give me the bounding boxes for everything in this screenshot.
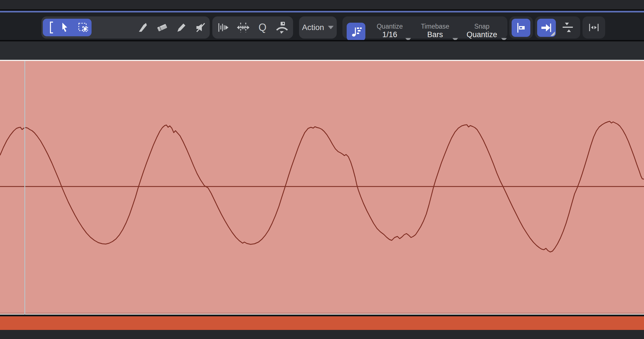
fit-width-button[interactable] — [582, 16, 605, 39]
ruler-gap-strip — [0, 41, 644, 60]
snap-label: Snap — [461, 23, 503, 30]
autoscroll-button[interactable] — [537, 19, 556, 37]
knife-tool-icon[interactable] — [136, 21, 150, 34]
timebase-dropdown[interactable]: Timebase Bars — [414, 23, 456, 39]
quantize-settings-group: Quantize 1/16 Timebase Bars Snap Quantiz… — [342, 16, 507, 39]
timebase-label: Timebase — [414, 23, 456, 30]
flatten-icon[interactable] — [275, 21, 289, 34]
playhead-marker-line[interactable] — [24, 61, 25, 315]
left-bracket-icon — [44, 21, 58, 34]
musical-mode-icon — [349, 25, 363, 39]
chevron-down-icon — [328, 26, 334, 29]
zoom-overview-bar[interactable] — [0, 316, 644, 330]
snap-zero-icon — [514, 21, 528, 35]
eraser-tool-icon[interactable] — [155, 21, 169, 34]
pencil-tool-icon[interactable] — [175, 21, 188, 34]
window-top-strip — [0, 0, 644, 9]
quantize-preset-dropdown[interactable]: Quantize 1/16 — [368, 23, 411, 39]
hitpoints-icon[interactable] — [217, 21, 230, 34]
musical-mode-button[interactable] — [347, 23, 365, 41]
cursor-arrow-icon[interactable] — [58, 21, 71, 34]
mute-tool-icon[interactable] — [194, 21, 207, 34]
dropdown-fold-icon — [550, 31, 555, 36]
timebase-value: Bars — [414, 30, 456, 39]
tool-group-selection — [41, 16, 210, 39]
waveform-svg — [0, 61, 644, 313]
editor-toolbar: Q Action — [0, 12, 644, 40]
vertical-fit-icon — [561, 21, 575, 34]
window-bottom-strip — [0, 330, 644, 339]
quantize-q-icon[interactable]: Q — [256, 21, 269, 34]
action-label: Action — [302, 23, 324, 32]
quantize-value: 1/16 — [368, 30, 411, 39]
range-selection-icon[interactable] — [76, 21, 90, 34]
autoscroll-group — [535, 16, 580, 39]
snap-button-group — [509, 16, 533, 39]
tool-group-audio: Q — [212, 16, 293, 39]
quantize-label: Quantize — [368, 23, 411, 30]
q-glyph: Q — [259, 21, 266, 34]
fit-width-icon — [587, 21, 601, 34]
sample-editor-window: Q Action — [0, 0, 644, 339]
snap-toggle-button[interactable] — [512, 19, 530, 37]
snap-type-dropdown[interactable]: Snap Quantize — [461, 23, 503, 39]
audiowarp-icon[interactable] — [236, 21, 250, 34]
vertical-fit-button[interactable] — [561, 21, 575, 34]
waveform-display[interactable] — [0, 61, 644, 313]
snap-value: Quantize — [461, 30, 503, 39]
object-selection-tool-group[interactable] — [43, 19, 92, 36]
action-dropdown-button[interactable]: Action — [299, 16, 337, 39]
